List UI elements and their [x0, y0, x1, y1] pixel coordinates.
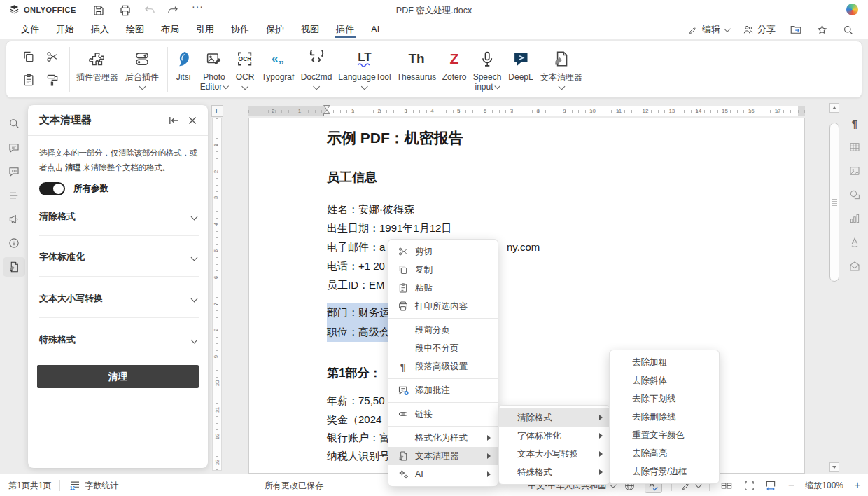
- submenu-item-reset-text-color[interactable]: 重置文字颜色: [610, 426, 719, 444]
- tab-references[interactable]: 引用: [196, 20, 214, 39]
- page-view-icons[interactable]: [719, 480, 734, 492]
- submenu-item-remove-highlight[interactable]: 去除高亮: [610, 444, 719, 462]
- section-text-case[interactable]: 文本大小写转换: [39, 292, 197, 305]
- paste-button[interactable]: [22, 73, 36, 87]
- chat-panel-button[interactable]: [3, 162, 25, 181]
- menu-item-copy[interactable]: 复制: [388, 261, 498, 279]
- submenu-arrow-icon: [599, 451, 603, 457]
- copy-button[interactable]: [22, 50, 36, 64]
- submenu-item-remove-italic[interactable]: 去除斜体: [610, 371, 719, 390]
- typograf-plugin-button[interactable]: «„ Typograf: [262, 48, 295, 82]
- tab-stop-selector[interactable]: L: [211, 105, 223, 117]
- shape-settings-button[interactable]: [844, 185, 865, 205]
- horizontal-ruler[interactable]: 21 1234567891011121314151617: [248, 106, 805, 116]
- menu-item-format-as-style[interactable]: 格式化为样式: [388, 429, 498, 447]
- photo-editor-plugin-button[interactable]: Photo Editor: [200, 48, 228, 92]
- edit-mode-dropdown[interactable]: 编辑: [688, 23, 729, 36]
- menu-item-page-break-before[interactable]: 段前分页: [388, 321, 498, 339]
- scrollbar-thumb[interactable]: [830, 123, 839, 282]
- submenu-item-remove-bold[interactable]: 去除加粗: [610, 353, 719, 371]
- tab-draw[interactable]: 绘图: [126, 20, 144, 39]
- submenu-item-special-formats[interactable]: 特殊格式: [499, 463, 610, 481]
- scroll-up-button[interactable]: [830, 103, 839, 113]
- menu-item-keep-lines-together[interactable]: 段中不分页: [388, 339, 498, 357]
- zoom-level-indicator[interactable]: 缩放100%: [805, 480, 844, 492]
- panel-title: 文本清理器: [39, 113, 160, 127]
- vertical-scrollbar[interactable]: [830, 103, 840, 474]
- tab-insert[interactable]: 插入: [91, 20, 109, 39]
- cut-button[interactable]: [46, 50, 59, 64]
- tab-view[interactable]: 视图: [301, 20, 319, 39]
- menu-item-paste[interactable]: 粘贴: [388, 279, 498, 297]
- favorite-star-button[interactable]: [816, 24, 828, 36]
- menu-item-paragraph-advanced[interactable]: ¶段落高级设置: [388, 357, 498, 376]
- page-number-indicator[interactable]: 第1页共1页: [8, 480, 51, 492]
- tab-plugins[interactable]: 插件: [336, 20, 354, 39]
- plugin-manager-button[interactable]: 插件管理器: [76, 48, 118, 82]
- languagetool-plugin-button[interactable]: LT LanguageTool: [338, 48, 391, 89]
- tab-collaboration[interactable]: 协作: [231, 20, 249, 39]
- zoom-in-button[interactable]: +: [853, 479, 862, 492]
- menu-item-text-cleaner[interactable]: 文本清理器: [388, 447, 498, 465]
- fit-width-button[interactable]: [764, 479, 777, 492]
- table-settings-button[interactable]: [844, 137, 865, 157]
- all-parameters-toggle[interactable]: [39, 182, 65, 195]
- share-button[interactable]: 分享: [743, 23, 776, 36]
- textart-settings-button[interactable]: [844, 233, 865, 252]
- user-avatar[interactable]: [846, 4, 858, 15]
- chart-settings-button[interactable]: [844, 209, 865, 228]
- submenu-item-remove-strikethrough[interactable]: 去除删除线: [610, 408, 719, 426]
- menu-item-link[interactable]: 链接: [388, 405, 498, 423]
- image-settings-button[interactable]: [844, 161, 865, 181]
- search-panel-button[interactable]: [3, 113, 25, 133]
- indent-marker-icon[interactable]: [323, 104, 331, 117]
- headings-panel-button[interactable]: [3, 186, 25, 205]
- mail-merge-button[interactable]: [844, 256, 865, 276]
- submenu-item-font-normalization[interactable]: 字体标准化: [499, 427, 610, 445]
- thesaurus-plugin-button[interactable]: Th Thesaurus: [397, 48, 437, 82]
- document-title: PDF 密文处理.docx: [0, 5, 868, 17]
- submenu-item-text-case[interactable]: 文本大小写转换: [499, 445, 610, 463]
- zoom-out-button[interactable]: −: [786, 479, 796, 492]
- format-painter-button[interactable]: [46, 73, 59, 87]
- paragraph-settings-button[interactable]: ¶: [844, 113, 865, 133]
- tab-file[interactable]: 文件: [21, 20, 39, 39]
- menu-item-print-selection[interactable]: 打印所选内容: [388, 297, 498, 315]
- collapse-panel-icon[interactable]: [166, 113, 180, 128]
- about-button[interactable]: [3, 233, 25, 253]
- submenu-item-remove-underline[interactable]: 去除下划线: [610, 390, 719, 408]
- tab-protection[interactable]: 保护: [266, 20, 284, 39]
- submenu-item-clear-formatting[interactable]: 清除格式: [499, 408, 610, 427]
- feedback-button[interactable]: [3, 209, 25, 229]
- open-file-location-button[interactable]: [790, 23, 802, 36]
- comments-panel-button[interactable]: [3, 138, 25, 158]
- scroll-down-button[interactable]: [830, 462, 839, 472]
- menu-item-ai[interactable]: AI: [388, 465, 498, 483]
- tab-ai[interactable]: AI: [371, 20, 379, 39]
- word-count-button[interactable]: 字数统计: [69, 479, 118, 492]
- section-font-normalization[interactable]: 字体标准化: [39, 251, 197, 263]
- clean-button[interactable]: 清理: [37, 365, 199, 388]
- close-panel-icon[interactable]: [186, 113, 200, 128]
- search-button[interactable]: [842, 24, 854, 36]
- section-clear-formatting[interactable]: 清除格式: [39, 210, 197, 223]
- jitsi-plugin-button[interactable]: Jitsi: [174, 48, 192, 82]
- text-cleaner-panel-button[interactable]: [3, 257, 25, 277]
- fit-page-button[interactable]: [743, 480, 755, 492]
- tab-layout[interactable]: 布局: [161, 20, 179, 39]
- menu-item-add-comment[interactable]: 添加批注: [388, 381, 498, 399]
- deepl-plugin-button[interactable]: DeepL: [508, 48, 533, 82]
- text-cleaner-plugin-button[interactable]: 文本清理器: [540, 48, 582, 89]
- submenu-item-remove-background-border[interactable]: 去除背景/边框: [610, 462, 719, 481]
- menu-item-cut[interactable]: 剪切: [388, 242, 498, 261]
- background-plugins-button[interactable]: 后台插件: [125, 48, 159, 89]
- speech-input-plugin-button[interactable]: Speech input: [473, 48, 502, 92]
- ocr-plugin-button[interactable]: OCR OCR: [236, 48, 255, 89]
- tab-home[interactable]: 开始: [56, 20, 74, 39]
- doc2md-plugin-button[interactable]: Doc2md: [301, 48, 332, 89]
- vertical-ruler[interactable]: 12345678910111213: [212, 118, 222, 471]
- chevron-down-icon: [191, 213, 198, 220]
- typograf-label: Typograf: [262, 72, 295, 82]
- zotero-plugin-button[interactable]: Z Zotero: [442, 48, 467, 82]
- section-special-formats[interactable]: 特殊格式: [39, 333, 197, 346]
